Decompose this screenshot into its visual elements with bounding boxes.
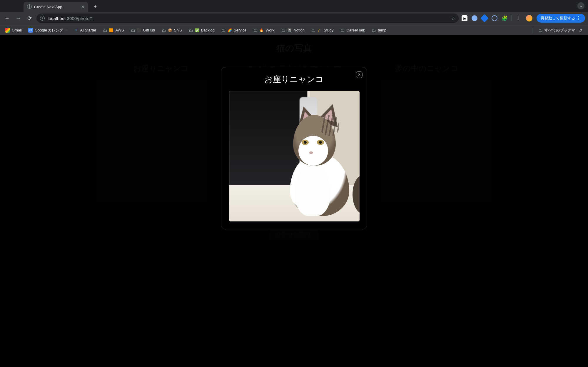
- divider: [532, 27, 532, 33]
- close-tab-icon[interactable]: ✕: [81, 4, 85, 9]
- modal-close-button[interactable]: ✕: [356, 71, 363, 78]
- extension-icon[interactable]: ▣: [462, 15, 467, 21]
- folder-icon: 🗀: [161, 28, 166, 33]
- gmail-icon: [5, 28, 10, 33]
- all-bookmarks-button[interactable]: 🗀すべてのブックマーク: [536, 26, 585, 34]
- bookmark-folder[interactable]: 🗀CareerTalk: [338, 27, 367, 34]
- bookmark-folder[interactable]: 🗀⬛GitHub: [128, 27, 157, 34]
- extension-icon[interactable]: [492, 15, 497, 21]
- modal-title: お座りニャンコ: [229, 74, 359, 85]
- calendar-icon: 28: [28, 28, 33, 33]
- folder-icon: 🗀: [131, 28, 135, 33]
- kebab-menu-icon[interactable]: ⋮: [576, 16, 581, 21]
- new-tab-button[interactable]: +: [91, 3, 99, 11]
- forward-button[interactable]: →: [14, 14, 22, 22]
- extension-icon[interactable]: [480, 14, 489, 22]
- bookmarks-bar: Gmail 28Google カレンダー ✦AI Starter 🗀🟧AWS 🗀…: [0, 25, 588, 35]
- folder-icon: 🗀: [253, 28, 258, 33]
- bookmark-folder[interactable]: 🗀🟧AWS: [100, 27, 126, 34]
- bookmark-star-icon[interactable]: ☆: [451, 16, 455, 21]
- ai-icon: ✦: [74, 28, 78, 33]
- toolbar: ← → ⟳ localhost:3000/photo/1 ☆ ▣ 🧩 ⭳ 再起動…: [0, 12, 588, 25]
- bookmark-folder[interactable]: 🗀🌈Service: [219, 27, 249, 34]
- downloads-icon[interactable]: ⭳: [516, 15, 522, 21]
- bookmark-folder[interactable]: 🗀📦SNS: [159, 27, 184, 34]
- profile-avatar[interactable]: [526, 15, 532, 21]
- divider: [512, 15, 512, 21]
- bookmark-folder[interactable]: 🗀🔥Work: [250, 27, 277, 34]
- site-info-icon[interactable]: [40, 16, 45, 21]
- back-button[interactable]: ←: [3, 14, 11, 22]
- extensions-menu-icon[interactable]: 🧩: [502, 15, 507, 21]
- tabs-dropdown-button[interactable]: ⌄: [577, 2, 584, 9]
- reload-button[interactable]: ⟳: [25, 14, 34, 22]
- bookmark-item[interactable]: ✦AI Starter: [71, 27, 99, 34]
- address-bar[interactable]: localhost:3000/photo/1 ☆: [36, 14, 459, 23]
- update-restart-button[interactable]: 再起動して更新する ⋮: [537, 14, 585, 23]
- folder-icon: 🗀: [538, 28, 543, 33]
- folder-icon: 🗀: [311, 28, 316, 33]
- photo-modal: ✕ お座りニャンコ: [221, 67, 367, 229]
- folder-icon: 🗀: [340, 28, 345, 33]
- bookmark-folder[interactable]: 🗀📓Notion: [278, 27, 307, 34]
- bookmark-folder[interactable]: 🗀✅Backlog: [186, 27, 217, 34]
- folder-icon: 🗀: [188, 28, 193, 33]
- bookmark-item[interactable]: 28Google カレンダー: [26, 26, 70, 34]
- page-viewport: 猫の写真 お座りニャンコ こちらを見上げるニャンコ 夢の中のニャンコ カウント:…: [0, 35, 588, 367]
- extension-icons: ▣ 🧩 ⭳ 再起動して更新する ⋮: [462, 14, 585, 23]
- bookmark-folder[interactable]: 🗀🎓Study: [309, 27, 336, 34]
- folder-icon: 🗀: [371, 28, 376, 33]
- url-text: localhost:3000/photo/1: [48, 16, 93, 21]
- folder-icon: 🗀: [221, 28, 226, 33]
- extension-icon[interactable]: [472, 15, 477, 21]
- bookmark-item[interactable]: Gmail: [3, 27, 24, 34]
- folder-icon: 🗀: [281, 28, 285, 33]
- globe-icon: [27, 4, 32, 9]
- folder-icon: 🗀: [103, 28, 107, 33]
- modal-photo: [229, 91, 360, 221]
- tab-strip: Create Next App ✕ + ⌄: [0, 0, 588, 12]
- bookmark-folder[interactable]: 🗀temp: [369, 27, 389, 34]
- tab-title: Create Next App: [34, 5, 79, 9]
- browser-tab[interactable]: Create Next App ✕: [24, 2, 88, 12]
